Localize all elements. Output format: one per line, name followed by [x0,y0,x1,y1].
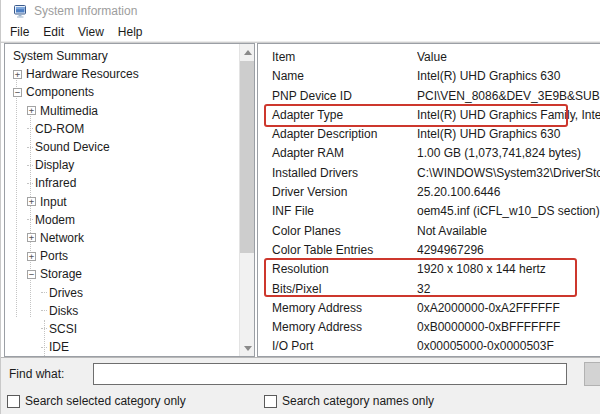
tree-item-label: SCSI [49,322,77,336]
detail-row-inf-file[interactable]: INF Fileoem45.inf (iCFL_w10_DS section) [258,202,600,221]
tree-connector [27,147,33,148]
detail-row-color-planes[interactable]: Color PlanesNot Available [258,222,600,241]
checkbox-label: Search category names only [282,394,434,408]
window-title: System Information [34,4,137,18]
detail-row-i-o-port[interactable]: I/O Port0x00005000-0x0000503F [258,337,600,356]
tree-item-hardware-resources[interactable]: +Hardware Resources [5,65,239,83]
detail-value: 0x00005000-0x0000503F [417,337,600,356]
detail-value: Intel(R) UHD Graphics Family, Intel [417,106,600,125]
detail-row-adapter-ram[interactable]: Adapter RAM1.00 GB (1,073,741,824 bytes) [258,144,600,163]
tree-item-label: Input [40,195,67,209]
tree-item-drives[interactable]: Drives [5,283,239,301]
tree-connector [27,183,33,184]
detail-item: Memory Address [258,299,417,318]
detail-row-memory-address[interactable]: Memory Address0xB0000000-0xBFFFFFFF [258,318,600,337]
expand-plus-icon[interactable]: + [27,233,36,242]
tree-item-storage[interactable]: −Storage [5,265,239,283]
details-pane: Item Value NameIntel(R) UHD Graphics 630… [257,43,600,357]
tree-item-modem[interactable]: Modem [5,211,239,229]
menu-edit[interactable]: Edit [36,24,71,40]
tree-item-scsi[interactable]: SCSI [5,320,239,338]
details-rows: NameIntel(R) UHD Graphics 630PNP Device … [258,67,600,356]
menu-bar: File Edit View Help [1,22,600,41]
checkbox-icon[interactable] [264,395,277,408]
expand-plus-icon[interactable]: + [27,252,36,261]
collapse-minus-icon[interactable]: − [27,270,36,279]
find-bar: Find what: Search selected category only… [1,357,600,414]
tree-item-cd-rom[interactable]: CD-ROM [5,120,239,138]
detail-row-adapter-type[interactable]: Adapter TypeIntel(R) UHD Graphics Family… [258,106,600,125]
tree-item-label: Components [26,85,94,99]
detail-value: 0xB0000000-0xBFFFFFFF [417,318,600,337]
detail-row-name[interactable]: NameIntel(R) UHD Graphics 630 [258,67,600,86]
checkbox-search-category-names[interactable]: Search category names only [264,394,434,408]
tree-item-display[interactable]: Display [5,156,239,174]
detail-row-color-table-entries[interactable]: Color Table Entries4294967296 [258,241,600,260]
tree-item-label: Ports [40,249,68,263]
collapse-minus-icon[interactable]: − [13,88,22,97]
detail-row-resolution[interactable]: Resolution1920 x 1080 x 144 hertz [258,260,600,279]
detail-item: Color Table Entries [258,241,417,260]
detail-item: Color Planes [258,222,417,241]
detail-item: Driver Version [258,183,417,202]
tree-item-ports[interactable]: +Ports [5,247,239,265]
expand-plus-icon[interactable]: + [27,197,36,206]
detail-value: 4294967296 [417,241,600,260]
tree-item-components[interactable]: −Components [5,83,239,101]
tree-item-system-summary[interactable]: System Summary [5,47,239,65]
tree-item-network[interactable]: +Network [5,229,239,247]
detail-item: Name [258,67,417,86]
tree-item-sound-device[interactable]: Sound Device [5,138,239,156]
tree-item-ide[interactable]: IDE [5,338,239,356]
find-input[interactable] [93,363,567,385]
tree-item-label: Drives [49,286,83,300]
detail-item: Installed Drivers [258,164,417,183]
tree-connector [27,165,33,166]
detail-value: Intel(R) UHD Graphics 630 [417,67,600,86]
tree-connector [41,347,47,348]
scrollbar-thumb[interactable] [240,61,255,253]
menu-help[interactable]: Help [111,24,150,40]
detail-item: Resolution [258,260,417,279]
checkbox-label: Search selected category only [25,394,186,408]
tree-item-input[interactable]: +Input [5,193,239,211]
category-tree-pane: System Summary+Hardware Resources−Compon… [4,43,255,357]
search-options-row: Search selected category only Search cat… [1,394,600,412]
checkbox-search-selected-category[interactable]: Search selected category only [7,394,186,408]
detail-value: C:\WINDOWS\System32\DriverStor [417,164,600,183]
column-header-item[interactable]: Item [258,48,417,67]
detail-item: Adapter Description [258,125,417,144]
tree-item-disks[interactable]: Disks [5,302,239,320]
tree-item-infrared[interactable]: Infrared [5,174,239,192]
menu-file[interactable]: File [3,24,36,40]
detail-row-adapter-description[interactable]: Adapter DescriptionIntel(R) UHD Graphics… [258,125,600,144]
detail-row-driver-version[interactable]: Driver Version25.20.100.6446 [258,183,600,202]
menu-view[interactable]: View [71,24,111,40]
detail-value: 32 [417,280,600,299]
detail-item: Adapter Type [258,106,417,125]
tree-connector [41,310,47,311]
expand-plus-icon[interactable]: + [13,70,22,79]
expand-plus-icon[interactable]: + [27,106,36,115]
tree-item-multimedia[interactable]: +Multimedia [5,102,239,120]
category-tree: System Summary+Hardware Resources−Compon… [5,47,239,356]
detail-value: oem45.inf (iCFL_w10_DS section) [417,202,600,221]
detail-value: 25.20.100.6446 [417,183,600,202]
tree-connector [41,292,47,293]
tree-item-label: Disks [49,304,78,318]
detail-item: Adapter RAM [258,144,417,163]
detail-row-installed-drivers[interactable]: Installed DriversC:\WINDOWS\System32\Dri… [258,164,600,183]
find-button[interactable] [584,362,600,386]
detail-item: INF File [258,202,417,221]
detail-row-bits-pixel[interactable]: Bits/Pixel32 [258,280,600,299]
main-content: System Summary+Hardware Resources−Compon… [1,43,600,357]
tree-scrollbar[interactable] [239,44,254,356]
checkbox-icon[interactable] [7,395,20,408]
detail-row-memory-address[interactable]: Memory Address0xA2000000-0xA2FFFFFF [258,299,600,318]
tree-item-label: Storage [40,267,82,281]
system-information-icon [14,5,28,18]
column-header-value[interactable]: Value [417,48,600,67]
scroll-up-icon[interactable] [240,44,255,60]
detail-row-pnp-device-id[interactable]: PNP Device IDPCI\VEN_8086&DEV_3E9B&SUBSY… [258,87,600,106]
scroll-down-icon[interactable] [240,340,255,356]
